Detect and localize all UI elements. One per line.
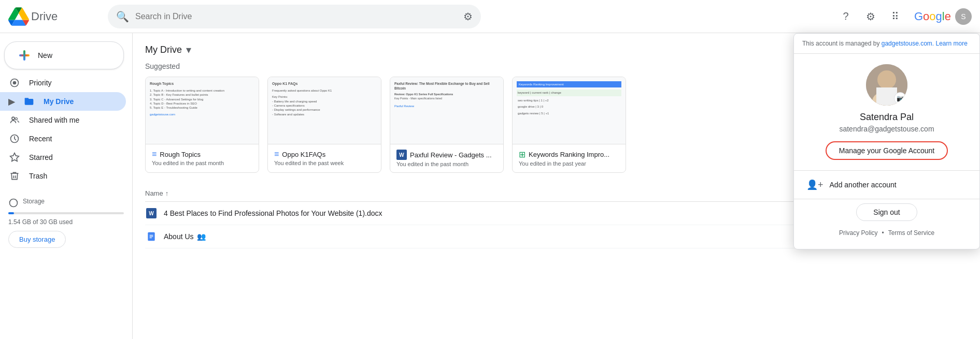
word-icon: W (396, 150, 407, 160)
terms-link[interactable]: Terms of Service (888, 229, 934, 237)
drive-title: My Drive (145, 45, 182, 55)
expand-icon[interactable]: ▶ (8, 97, 15, 107)
card-rough-topics[interactable]: Rough Topics 1. Topic A - Introduction t… (145, 77, 259, 173)
add-account-icon: 👤+ (806, 179, 823, 190)
card-info: ≡ Rough Topics You edited in the past mo… (146, 144, 259, 171)
sidebar-item-priority[interactable]: Priority (0, 73, 126, 92)
card-preview-keywords: Keywords Ranking Improvement keyword | c… (513, 77, 626, 144)
my-drive-icon (23, 96, 35, 107)
popup-profile: 📷 Satendra Pal satendra@gadgetstouse.com… (794, 54, 979, 168)
buy-storage-button[interactable]: Buy storage (8, 231, 66, 248)
sidebar-item-label: My Drive (44, 97, 74, 106)
card-meta: You edited in the past year (519, 160, 619, 167)
learn-more-link[interactable]: Learn more (936, 40, 968, 47)
sidebar-item-label: Trash (29, 172, 47, 180)
filter-icon[interactable]: ⚙ (463, 10, 473, 23)
sidebar-item-label: Shared with me (29, 116, 79, 124)
doc-icon: ≡ (152, 150, 157, 159)
sidebar-item-my-drive[interactable]: ▶ My Drive (0, 92, 126, 111)
sign-out-button[interactable]: Sign out (856, 203, 917, 221)
topbar-right: ? ⚙ ⠿ Google S (835, 6, 972, 27)
shared-users-icon: 👥 (197, 232, 206, 241)
storage-icon (8, 198, 19, 208)
drive-logo-icon (8, 7, 29, 26)
svg-point-5 (15, 117, 17, 120)
new-button[interactable]: New (4, 41, 124, 69)
shared-icon (8, 115, 21, 125)
word-icon: W (146, 208, 157, 218)
manage-account-button[interactable]: Manage your Google Account (826, 141, 948, 160)
card-name: ≡ Oppo K1FAQs (274, 150, 375, 159)
file-name: 4 Best Places to Find Professional Photo… (164, 209, 812, 217)
managed-domain-link[interactable]: gadgetstouse.com. (882, 40, 934, 47)
card-name: W Paxful Review - Gadgets ... (396, 150, 497, 160)
user-avatar[interactable]: S (955, 8, 972, 25)
search-input[interactable] (135, 12, 457, 21)
privacy-policy-link[interactable]: Privacy Policy (839, 229, 878, 237)
sidebar-item-shared[interactable]: Shared with me (0, 111, 126, 129)
card-info: W Paxful Review - Gadgets ... You edited… (390, 144, 503, 172)
priority-icon (8, 78, 21, 88)
card-oppo-k1faqs[interactable]: Oppo K1 FAQs Frequently asked questions … (267, 77, 381, 173)
recent-icon (8, 134, 21, 144)
card-keywords-ranking[interactable]: Keywords Ranking Improvement keyword | c… (512, 77, 626, 173)
popup-managed-text: This account is managed by gadgetstouse.… (794, 34, 979, 54)
sidebar-item-trash[interactable]: Trash (0, 167, 126, 185)
doc-icon: ≡ (274, 150, 279, 159)
svg-point-4 (12, 117, 15, 120)
search-icon: 🔍 (116, 10, 129, 23)
card-preview-paxful: Paxful Review: The Most Flexible Exchang… (390, 77, 503, 144)
help-button[interactable]: ? (835, 6, 856, 27)
apps-button[interactable]: ⠿ (885, 6, 906, 27)
sidebar-item-label: Priority (29, 79, 52, 87)
trash-icon (8, 171, 21, 181)
popup-user-email: satendra@gadgetstouse.com (839, 125, 934, 133)
card-info: ⊞ Keywords Ranking Impro... You edited i… (513, 144, 626, 172)
drive-caret-icon[interactable]: ▾ (186, 43, 191, 56)
card-name: ≡ Rough Topics (152, 150, 252, 159)
card-preview-rough-topics: Rough Topics 1. Topic A - Introduction t… (146, 77, 259, 144)
card-meta: You edited in the past month (396, 161, 497, 167)
new-button-label: New (38, 51, 52, 60)
storage-bar (8, 212, 124, 214)
card-name: ⊞ Keywords Ranking Impro... (519, 150, 619, 159)
sidebar-item-label: Recent (29, 135, 52, 143)
sidebar-item-recent[interactable]: Recent (0, 129, 126, 148)
search-bar[interactable]: 🔍 ⚙ (108, 5, 481, 28)
star-icon (8, 152, 21, 163)
logo-area: Drive (8, 7, 102, 26)
svg-marker-7 (10, 153, 19, 161)
card-meta: You edited in the past week (274, 160, 375, 166)
card-paxful-review[interactable]: Paxful Review: The Most Flexible Exchang… (390, 77, 504, 173)
popup-footer: Privacy Policy • Terms of Service (794, 225, 979, 241)
card-meta: You edited in the past month (152, 160, 252, 166)
settings-button[interactable]: ⚙ (860, 6, 881, 27)
camera-badge-icon[interactable]: 📷 (894, 92, 906, 105)
sheets-icon: ⊞ (519, 150, 525, 159)
file-name: About Us 👥 (164, 232, 812, 241)
card-preview-oppo: Oppo K1 FAQs Frequently asked questions … (268, 77, 381, 144)
app-title: Drive (31, 10, 58, 23)
storage-section: Storage 1.54 GB of 30 GB used Buy storag… (0, 194, 132, 252)
sidebar-item-label: Starred (29, 153, 53, 161)
svg-point-13 (877, 70, 896, 89)
storage-used-label: 1.54 GB of 30 GB used (8, 218, 124, 226)
popup-divider (794, 170, 979, 171)
add-account-action[interactable]: 👤+ Add another account (794, 173, 979, 197)
popup-user-name: Satendra Pal (860, 112, 914, 123)
google-logo: Google (914, 10, 951, 23)
card-info: ≡ Oppo K1FAQs You edited in the past wee… (268, 144, 381, 171)
add-account-label: Add another account (830, 181, 897, 189)
topbar: Drive 🔍 ⚙ ? ⚙ ⠿ Google S (0, 0, 980, 33)
storage-fill (8, 212, 14, 214)
word-doc-icon: W (145, 207, 158, 219)
svg-rect-2 (25, 99, 34, 105)
sidebar-item-starred[interactable]: Starred (0, 148, 126, 167)
popup-avatar: 📷 (866, 64, 907, 106)
profile-popup: This account is managed by gadgetstouse.… (793, 33, 980, 249)
svg-rect-3 (25, 98, 29, 99)
storage-label: Storage (23, 198, 45, 205)
google-doc-icon (145, 230, 158, 243)
name-col-header[interactable]: Name ↑ (145, 189, 812, 197)
svg-point-1 (13, 81, 17, 85)
